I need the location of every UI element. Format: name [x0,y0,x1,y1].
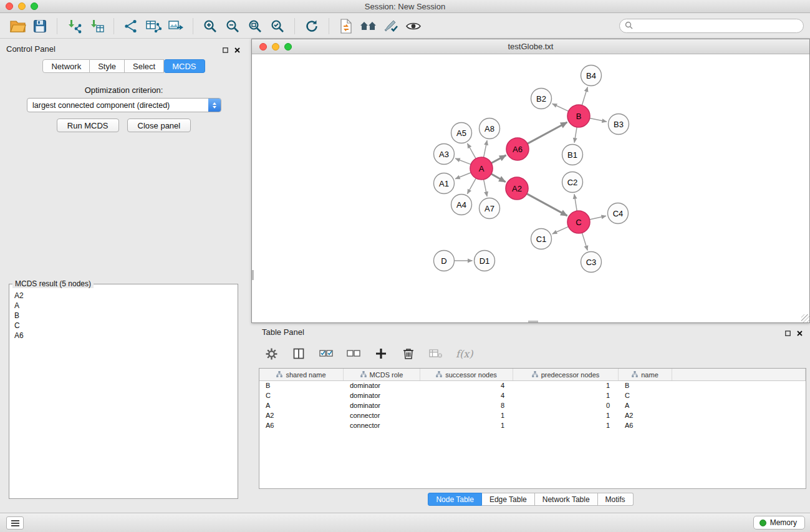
refresh-icon[interactable] [301,16,323,37]
new-network-icon[interactable] [120,16,142,37]
table-settings-gear-icon[interactable] [264,345,279,362]
column-header-predecessor-nodes[interactable]: predecessor nodes [513,369,619,380]
search-input[interactable] [636,22,798,31]
tab-network[interactable]: Network [42,59,90,73]
graph-node-B3[interactable]: B3 [609,114,629,135]
graph-edge-A-A5[interactable] [468,143,476,158]
network-window-titlebar[interactable]: testGlobe.txt [252,39,809,54]
graph-node-C2[interactable]: C2 [562,172,583,193]
mcds-result-item[interactable]: C [11,321,236,331]
network-graph[interactable]: B4B2BB3A5A8A6A3B1AC2A1A2A4A7C4CC1DD1C3 [252,54,809,322]
minimize-window-button[interactable] [18,2,26,10]
export-image-icon[interactable] [165,16,187,37]
graph-edge-C-C4[interactable] [590,216,606,220]
search-field[interactable] [619,19,804,33]
open-session-icon[interactable] [6,16,29,37]
close-panel-icon[interactable] [797,327,803,339]
deselect-all-columns-icon[interactable] [346,345,361,362]
graph-edge-A-A7[interactable] [484,180,488,196]
graph-edge-B-B1[interactable] [574,127,577,143]
memory-button[interactable]: Memory [753,516,805,530]
graph-edge-C-C2[interactable] [574,194,577,211]
mcds-result-item[interactable]: A6 [11,331,236,341]
tab-select[interactable]: Select [125,59,164,73]
graph-edge-C-C3[interactable] [582,233,587,250]
graph-node-C3[interactable]: C3 [581,252,602,273]
optimization-criterion-dropdown[interactable]: largest connected component (directed) [27,98,221,112]
graph-edge-A6-B[interactable] [528,122,567,143]
graph-edge-A-A2[interactable] [491,174,506,182]
apply-style-icon[interactable] [380,16,402,37]
table-row[interactable]: Bdominator41B [259,381,806,391]
table-row[interactable]: A2connector11A2 [259,411,806,421]
graph-node-A3[interactable]: A3 [434,144,455,165]
graph-node-D[interactable]: D [434,251,455,271]
close-panel-icon[interactable] [234,44,240,56]
save-session-icon[interactable] [29,16,51,37]
mcds-result-item[interactable]: A [11,301,236,311]
close-window-button[interactable] [6,2,13,10]
delete-column-trash-icon[interactable] [401,345,416,362]
zoom-fit-icon[interactable] [244,16,266,37]
graph-node-A6[interactable]: A6 [506,138,529,160]
graph-node-D1[interactable]: D1 [475,251,495,271]
float-panel-icon[interactable] [223,44,228,56]
zoom-selected-icon[interactable] [266,16,289,37]
graph-node-A1[interactable]: A1 [434,173,455,194]
tab-mcds[interactable]: MCDS [164,59,205,73]
import-network-file-icon[interactable] [63,16,85,37]
column-header-MCDS-role[interactable]: MCDS role [344,369,420,380]
graph-edge-A-A8[interactable] [484,140,488,157]
show-columns-icon[interactable] [291,345,306,362]
network-minimize-button[interactable] [272,43,279,51]
mcds-result-list[interactable]: A2ABCA6 [11,291,236,496]
select-all-columns-icon[interactable] [319,345,334,362]
graph-node-A7[interactable]: A7 [480,198,500,219]
graph-edge-A-A6[interactable] [491,155,506,163]
mcds-result-item[interactable]: B [11,311,236,321]
scrollbar-marker[interactable] [252,270,254,280]
table-row[interactable]: A6connector11A6 [259,421,806,431]
tab-motifs[interactable]: Motifs [598,493,634,506]
graph-node-A[interactable]: A [470,157,493,180]
panel-menu-button[interactable] [6,516,24,530]
column-header-successor-nodes[interactable]: successor nodes [420,369,513,380]
graph-node-A4[interactable]: A4 [451,195,472,215]
graph-node-C4[interactable]: C4 [608,203,629,224]
graph-node-C[interactable]: C [567,211,590,233]
scrollbar-marker[interactable] [528,321,538,322]
tab-network-table[interactable]: Network Table [535,493,598,506]
graph-node-B2[interactable]: B2 [531,89,552,109]
close-panel-button[interactable]: Close panel [127,118,191,132]
open-doc-icon[interactable] [335,16,357,37]
mcds-result-item[interactable]: A2 [11,291,236,301]
zoom-window-button[interactable] [31,2,38,10]
resize-corner[interactable] [801,314,809,322]
table-row[interactable]: Cdominator41C [259,391,806,401]
graph-node-A8[interactable]: A8 [480,118,500,139]
graph-node-A5[interactable]: A5 [451,123,472,143]
graph-edge-A-A1[interactable] [455,173,471,179]
graph-node-B1[interactable]: B1 [562,145,583,165]
new-table-icon[interactable] [142,16,165,37]
table-row[interactable]: Adominator80A [259,401,806,411]
network-close-button[interactable] [259,43,267,51]
run-mcds-button[interactable]: Run MCDS [57,118,119,132]
home-icon[interactable] [357,16,380,37]
graph-edge-A-A3[interactable] [455,158,471,165]
float-panel-icon[interactable] [785,327,791,339]
show-graphics-icon[interactable] [402,16,425,37]
graph-node-B4[interactable]: B4 [581,65,602,86]
tab-edge-table[interactable]: Edge Table [482,493,535,506]
graph-edge-C-C1[interactable] [552,226,569,234]
tab-style[interactable]: Style [90,59,125,73]
graph-edge-B-B3[interactable] [590,118,607,122]
graph-edge-B-B2[interactable] [552,104,569,111]
graph-node-C1[interactable]: C1 [531,229,552,249]
column-header-shared-name[interactable]: shared name [259,369,344,380]
import-table-file-icon[interactable] [85,16,108,37]
tab-node-table[interactable]: Node Table [428,493,482,506]
network-canvas[interactable]: B4B2BB3A5A8A6A3B1AC2A1A2A4A7C4CC1DD1C3 [252,54,809,322]
add-column-icon[interactable] [374,345,388,362]
graph-edge-B-B4[interactable] [582,87,587,105]
